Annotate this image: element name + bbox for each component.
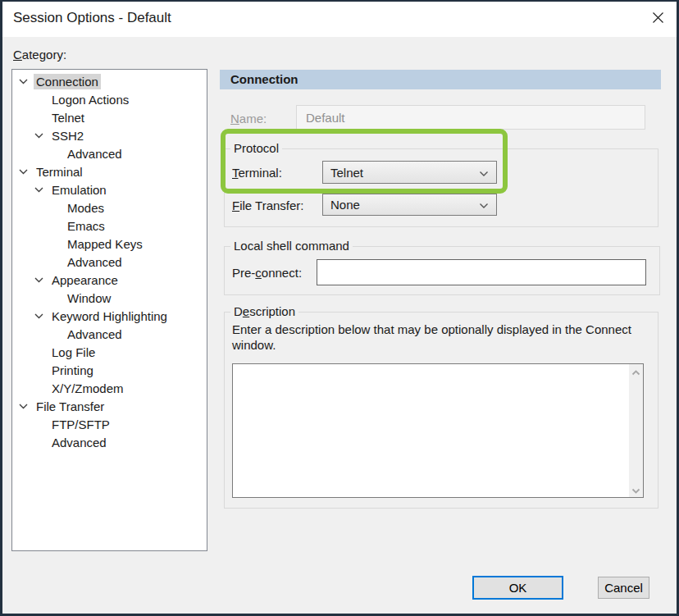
pre-connect-label: Pre-connect: xyxy=(232,266,302,280)
tree-item-terminal-5[interactable]: Terminal xyxy=(12,162,207,180)
tree-item-advanced-20[interactable]: Advanced xyxy=(12,433,207,451)
tree-item-label: Modes xyxy=(65,200,107,216)
scrollbar-down-button[interactable] xyxy=(629,482,643,497)
chevron-down-icon[interactable] xyxy=(34,313,49,319)
close-icon xyxy=(652,11,664,26)
session-options-dialog: Session Options - Default Category: Conn… xyxy=(0,0,679,616)
chevron-down-icon xyxy=(479,166,489,180)
chevron-up-icon xyxy=(631,366,640,378)
chevron-down-icon[interactable] xyxy=(19,404,34,409)
tree-item-ssh2-3[interactable]: SSH2 xyxy=(12,126,207,144)
local-shell-command-group-title: Local shell command xyxy=(230,239,353,253)
file-transfer-dropdown-value: None xyxy=(330,198,479,212)
tree-item-label: Terminal xyxy=(34,164,85,180)
tree-item-modes-7[interactable]: Modes xyxy=(12,198,207,217)
tree-item-emacs-8[interactable]: Emacs xyxy=(12,217,207,235)
tree-item-label: FTP/SFTP xyxy=(49,417,112,432)
category-label: Category: xyxy=(13,48,66,62)
chevron-down-icon[interactable] xyxy=(34,187,49,193)
file-transfer-label: File Transfer: xyxy=(232,198,304,212)
chevron-down-icon[interactable] xyxy=(34,277,49,283)
file-transfer-dropdown[interactable]: None xyxy=(322,194,497,216)
name-value: Default xyxy=(306,111,345,125)
tree-item-label: Advanced xyxy=(65,254,125,270)
category-tree: ConnectionLogon ActionsTelnetSSH2Advance… xyxy=(11,69,207,551)
tree-item-label: SSH2 xyxy=(49,128,86,144)
tree-item-emulation-6[interactable]: Emulation xyxy=(12,180,207,198)
name-field: Default xyxy=(296,105,645,130)
tree-item-label: File Transfer xyxy=(34,399,107,414)
tree-item-keyword-highlighting-13[interactable]: Keyword Highlighting xyxy=(12,307,207,325)
tree-item-label: Keyword Highlighting xyxy=(49,308,170,324)
tree-item-printing-16[interactable]: Printing xyxy=(12,361,207,379)
tree-item-advanced-14[interactable]: Advanced xyxy=(12,325,207,343)
tree-item-label: Advanced xyxy=(49,435,109,450)
tree-item-label: Telnet xyxy=(49,110,87,125)
terminal-dropdown-value: Telnet xyxy=(330,166,479,180)
tree-item-label: Logon Actions xyxy=(49,92,131,107)
tree-item-label: Printing xyxy=(49,363,96,378)
description-group-title: Description xyxy=(230,304,298,318)
tree-item-label: Advanced xyxy=(65,326,125,342)
terminal-dropdown[interactable]: Telnet xyxy=(322,161,497,184)
terminal-label: Terminal: xyxy=(232,166,282,180)
tree-item-ftp-sftp-19[interactable]: FTP/SFTP xyxy=(12,415,207,433)
tree-item-label: Advanced xyxy=(65,146,125,162)
chevron-down-icon[interactable] xyxy=(34,133,49,139)
description-help-text: Enter a description below that may be op… xyxy=(232,322,634,353)
tree-item-label: Emacs xyxy=(65,218,107,234)
window-title: Session Options - Default xyxy=(13,10,171,26)
tree-item-file-transfer-18[interactable]: File Transfer xyxy=(12,397,207,415)
tree-item-telnet-2[interactable]: Telnet xyxy=(12,108,207,126)
tree-item-label: Appearance xyxy=(49,272,121,288)
tree-item-label: Window xyxy=(65,290,113,306)
tree-item-label: X/Y/Zmodem xyxy=(49,381,126,396)
close-button[interactable] xyxy=(645,7,671,31)
tree-item-label: Mapped Keys xyxy=(65,236,145,252)
chevron-down-icon xyxy=(631,484,640,496)
tree-item-logon-actions-1[interactable]: Logon Actions xyxy=(12,90,207,108)
tree-item-label: Connection xyxy=(34,74,101,89)
title-bar: Session Options - Default xyxy=(0,0,679,37)
tree-item-connection-0[interactable]: Connection xyxy=(12,72,207,90)
tree-item-mapped-keys-9[interactable]: Mapped Keys xyxy=(12,235,207,253)
scrollbar-up-button[interactable] xyxy=(629,364,643,379)
panel-header: Connection xyxy=(220,70,661,89)
chevron-down-icon xyxy=(479,198,489,212)
description-scrollbar[interactable] xyxy=(629,364,643,497)
tree-item-log-file-15[interactable]: Log File xyxy=(12,343,207,361)
tree-item-label: Emulation xyxy=(49,182,109,198)
tree-item-window-12[interactable]: Window xyxy=(12,289,207,307)
tree-item-advanced-10[interactable]: Advanced xyxy=(12,253,207,271)
protocol-group-title: Protocol xyxy=(230,141,282,155)
chevron-down-icon[interactable] xyxy=(19,169,34,175)
description-textarea[interactable] xyxy=(232,363,644,498)
name-label: Name: xyxy=(230,112,267,125)
tree-item-advanced-4[interactable]: Advanced xyxy=(12,144,207,162)
pre-connect-input[interactable] xyxy=(317,259,646,285)
tree-item-x-y-zmodem-17[interactable]: X/Y/Zmodem xyxy=(12,379,207,397)
cancel-button[interactable]: Cancel xyxy=(598,577,649,599)
chevron-down-icon[interactable] xyxy=(19,79,34,84)
ok-button[interactable]: OK xyxy=(472,576,563,600)
tree-item-appearance-11[interactable]: Appearance xyxy=(12,271,207,289)
tree-item-label: Log File xyxy=(49,345,98,360)
